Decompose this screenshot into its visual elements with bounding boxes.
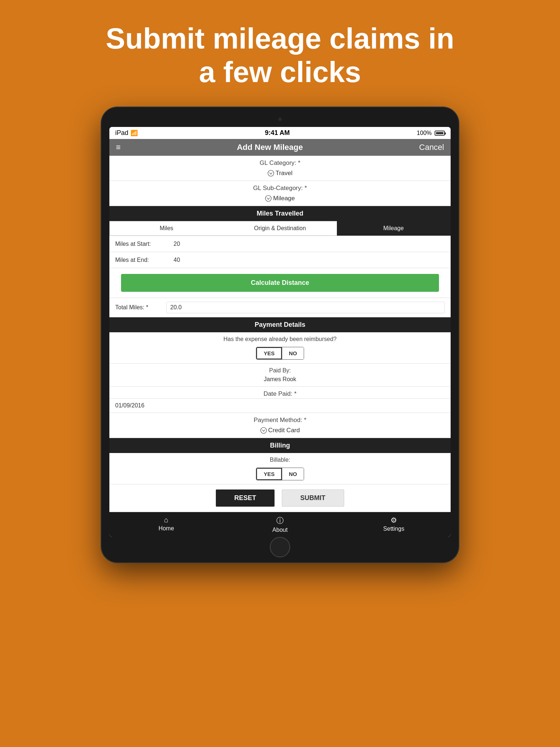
hero-line1: Submit mileage claims in — [106, 22, 454, 55]
date-paid-label: Date Paid: * — [109, 387, 451, 398]
reimbursed-yesno-group: YES NO — [256, 347, 304, 360]
menu-button[interactable]: ≡ — [116, 143, 121, 152]
nav-settings-label: Settings — [383, 526, 404, 532]
nav-about[interactable]: ⓘ About — [258, 516, 302, 533]
miles-tab-bar: Miles Origin & Destination Mileage — [109, 221, 451, 236]
action-buttons: RESET SUBMIT — [109, 484, 451, 512]
chevron-down-icon-2 — [265, 195, 272, 202]
device-label: iPad — [115, 129, 128, 137]
tab-mileage[interactable]: Mileage — [337, 221, 451, 236]
battery-icon — [435, 131, 445, 136]
submit-button[interactable]: SUBMIT — [282, 489, 344, 507]
calculate-distance-button[interactable]: Calculate Distance — [121, 274, 439, 292]
payment-method-value[interactable]: Credit Card — [109, 425, 451, 438]
reset-button[interactable]: RESET — [216, 489, 274, 507]
miles-at-end-label: Miles at End: — [115, 257, 174, 263]
miles-at-start-label: Miles at Start: — [115, 241, 174, 247]
bottom-nav: ⌂ Home ⓘ About ⚙ Settings — [109, 512, 451, 537]
billable-no-button[interactable]: NO — [282, 468, 304, 480]
gl-subcategory-group: GL Sub-Category: * Mileage — [109, 181, 451, 206]
date-paid-row[interactable]: 01/09/2016 — [109, 399, 451, 413]
reimbursed-yesno-wrapper: YES NO — [109, 345, 451, 364]
gear-icon: ⚙ — [390, 516, 397, 525]
nav-settings[interactable]: ⚙ Settings — [372, 516, 416, 533]
nav-title: Add New Mileage — [237, 143, 303, 152]
nav-home-label: Home — [159, 525, 174, 532]
screen: iPad 📶 9:41 AM 100% ≡ Add New Mileage Ca… — [109, 127, 451, 537]
miles-at-start-row: Miles at Start: — [109, 236, 451, 252]
billable-yes-button[interactable]: YES — [256, 468, 282, 480]
wifi-icon: 📶 — [131, 129, 138, 136]
calculate-distance-wrapper: Calculate Distance — [109, 268, 451, 298]
chevron-down-icon — [268, 170, 274, 177]
svg-point-2 — [260, 427, 266, 433]
gl-subcategory-label: GL Sub-Category: * — [109, 181, 451, 193]
payment-details-header: Payment Details — [109, 317, 451, 332]
payment-method-label: Payment Method: * — [109, 413, 451, 425]
miles-at-end-input[interactable] — [174, 257, 445, 263]
svg-point-0 — [268, 170, 274, 176]
chevron-down-icon-3 — [260, 427, 267, 434]
tab-miles[interactable]: Miles — [109, 221, 223, 236]
cancel-button[interactable]: Cancel — [419, 143, 444, 152]
hero-line2: a few clicks — [199, 56, 361, 88]
miles-at-end-row: Miles at End: — [109, 252, 451, 268]
nav-home[interactable]: ⌂ Home — [144, 516, 188, 533]
tab-origin-destination[interactable]: Origin & Destination — [223, 221, 337, 236]
date-paid-group: Date Paid: * — [109, 387, 451, 399]
home-icon: ⌂ — [164, 516, 168, 524]
billable-label: Billable: — [109, 453, 451, 465]
gl-category-selected: Travel — [276, 170, 293, 177]
hero-text: Submit mileage claims in a few clicks — [77, 22, 483, 89]
battery-percent: 100% — [417, 130, 432, 136]
payment-method-selected: Credit Card — [268, 427, 300, 434]
total-miles-input[interactable] — [166, 302, 445, 313]
gl-subcategory-value[interactable]: Mileage — [109, 193, 451, 206]
reimbursed-no-button[interactable]: NO — [282, 347, 304, 359]
gl-category-value[interactable]: Travel — [109, 167, 451, 181]
total-miles-row: Total Miles: * — [109, 298, 451, 317]
status-bar: iPad 📶 9:41 AM 100% — [109, 127, 451, 139]
nav-bar: ≡ Add New Mileage Cancel — [109, 139, 451, 156]
gl-category-label: GL Category: * — [109, 156, 451, 167]
info-icon: ⓘ — [276, 516, 284, 526]
paid-by-label: Paid By: — [109, 364, 451, 375]
nav-about-label: About — [272, 527, 288, 533]
gl-subcategory-selected: Mileage — [273, 195, 295, 202]
reimbursed-yes-button[interactable]: YES — [256, 347, 282, 359]
gl-category-group: GL Category: * Travel — [109, 156, 451, 181]
reimbursed-question: Has the expense already been reimbursed? — [109, 332, 451, 345]
billing-header: Billing — [109, 438, 451, 453]
status-time: 9:41 AM — [265, 129, 289, 137]
billable-yesno-wrapper: YES NO — [109, 465, 451, 484]
miles-at-start-input[interactable] — [174, 241, 445, 247]
svg-point-1 — [265, 196, 271, 201]
ipad-device: iPad 📶 9:41 AM 100% ≡ Add New Mileage Ca… — [101, 107, 459, 562]
miles-travelled-header: Miles Travelled — [109, 206, 451, 221]
total-miles-label: Total Miles: * — [115, 304, 166, 311]
billable-yesno-group: YES NO — [256, 468, 304, 480]
paid-by-value: James Rook — [109, 375, 451, 387]
payment-method-group: Payment Method: * Credit Card — [109, 413, 451, 438]
